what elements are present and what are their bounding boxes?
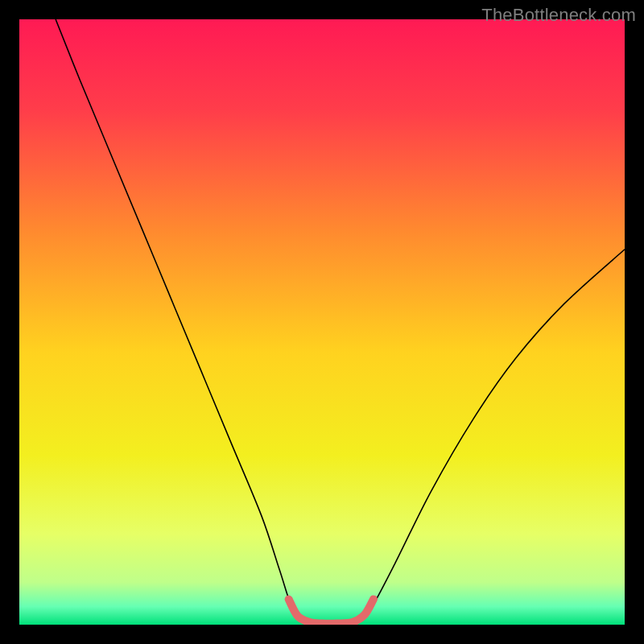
- plot-area: [19, 19, 625, 625]
- watermark-label: TheBottleneck.com: [481, 5, 636, 26]
- chart-background: [19, 19, 625, 625]
- chart-frame: TheBottleneck.com: [0, 0, 644, 644]
- chart-svg: [19, 19, 625, 625]
